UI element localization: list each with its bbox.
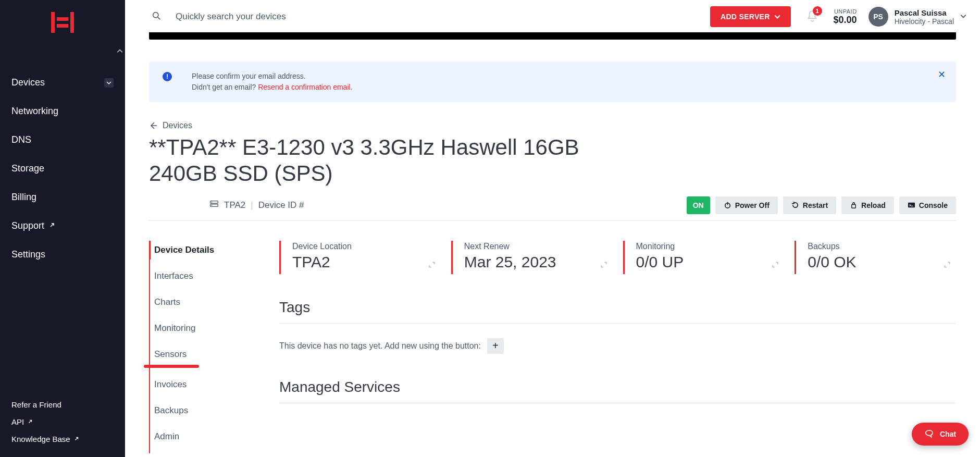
tags-empty-text: This device has no tags yet. Add new usi… <box>279 341 481 351</box>
unpaid-balance[interactable]: UNPAID $0.00 <box>834 8 857 26</box>
stats-row: Device Location TPA2 Next Renew Mar 25, … <box>279 241 956 274</box>
reload-label: Reload <box>861 201 886 209</box>
add-tag-button[interactable]: + <box>487 338 504 354</box>
stat-value: Mar 25, 2023 <box>464 253 613 271</box>
svg-rect-3 <box>57 24 68 28</box>
section-divider <box>279 403 956 403</box>
banner-close-button[interactable]: ✕ <box>938 70 946 79</box>
tab-monitoring[interactable]: Monitoring <box>150 319 269 338</box>
sidebar-item-label: DNS <box>11 134 31 145</box>
sidebar-item-label: Storage <box>11 163 44 174</box>
svg-rect-0 <box>51 12 55 33</box>
breadcrumb-label: Devices <box>163 121 192 130</box>
expand-icon <box>944 261 951 270</box>
sidebar-item-networking[interactable]: Networking <box>0 97 125 126</box>
pipe-divider: | <box>251 200 253 211</box>
svg-rect-2 <box>57 17 68 21</box>
power-off-label: Power Off <box>735 201 770 209</box>
location-code: TPA2 <box>224 200 245 211</box>
reload-button[interactable]: Reload <box>841 196 894 214</box>
main: ! Please confirm your email address. Did… <box>125 32 980 457</box>
sidebar-item-support[interactable]: Support <box>0 212 125 240</box>
resend-email-link[interactable]: Resend a confirmation email. <box>258 83 352 91</box>
sidebar-item-storage[interactable]: Storage <box>0 154 125 183</box>
power-status-on[interactable]: ON <box>687 196 710 214</box>
user-menu[interactable]: PS Pascal Suissa Hivelocity - Pascal <box>869 7 966 27</box>
tab-device-details[interactable]: Device Details <box>150 241 269 260</box>
banner-body: Please confirm your email address. Didn'… <box>192 71 353 93</box>
chat-icon <box>924 429 935 439</box>
sidebar-item-label: Devices <box>11 77 45 88</box>
add-server-button[interactable]: ADD SERVER <box>710 6 791 27</box>
scroll-up-arrow <box>117 47 123 54</box>
lock-icon <box>850 201 858 209</box>
console-icon <box>908 201 915 209</box>
notifications-button[interactable]: 1 <box>805 9 819 24</box>
banner-line1: Please confirm your email address. <box>192 71 353 82</box>
stat-label: Backups <box>808 242 956 251</box>
chat-button[interactable]: Chat <box>912 423 969 446</box>
power-off-button[interactable]: Power Off <box>715 196 778 214</box>
tags-row: This device has no tags yet. Add new usi… <box>279 338 956 354</box>
stat-value: 0/0 UP <box>636 253 785 271</box>
sidebar-item-settings[interactable]: Settings <box>0 240 125 269</box>
sidebar-link-refer[interactable]: Refer a Friend <box>11 396 114 413</box>
sidebar-item-label: Networking <box>11 106 58 117</box>
section-divider <box>279 323 956 324</box>
tab-charts[interactable]: Charts <box>150 293 269 312</box>
tab-interfaces[interactable]: Interfaces <box>150 267 269 286</box>
sidebar-item-label: Billing <box>11 192 36 203</box>
managed-services-heading: Managed Services <box>279 379 956 396</box>
sidebar-link-label: Knowledge Base <box>11 435 70 443</box>
search-placeholder: Quickly search your devices <box>176 11 286 22</box>
expand-icon <box>428 261 436 270</box>
external-link-icon <box>73 435 80 443</box>
console-button[interactable]: Console <box>899 196 956 214</box>
server-icon <box>209 199 219 211</box>
stat-monitoring[interactable]: Monitoring 0/0 UP <box>623 241 785 274</box>
on-label: ON <box>693 201 704 209</box>
stat-value: TPA2 <box>292 253 441 271</box>
restart-icon <box>791 201 799 209</box>
user-org: Hivelocity - Pascal <box>895 17 954 26</box>
svg-rect-13 <box>908 203 915 207</box>
stat-backups[interactable]: Backups 0/0 OK <box>795 241 956 274</box>
tab-admin[interactable]: Admin <box>150 427 269 446</box>
header: Quickly search your devices ADD SERVER 1… <box>125 0 980 33</box>
sidebar-link-api[interactable]: API <box>11 413 114 430</box>
breadcrumb-back[interactable]: Devices <box>149 121 192 130</box>
avatar: PS <box>869 7 888 27</box>
email-confirm-banner: ! Please confirm your email address. Did… <box>149 61 956 102</box>
title-row: TPA2 | Device ID # ON Power Off Restart … <box>149 196 956 221</box>
sidebar-item-devices[interactable]: Devices <box>0 68 125 97</box>
restart-label: Restart <box>803 201 828 209</box>
sidebar-nav: Devices Networking DNS Storage Billing S… <box>0 44 125 269</box>
stat-renew[interactable]: Next Renew Mar 25, 2023 <box>451 241 613 274</box>
search-area[interactable]: Quickly search your devices <box>152 11 710 22</box>
title-sub: TPA2 | Device ID # <box>209 199 304 211</box>
svg-rect-1 <box>70 12 74 33</box>
arrow-left-icon <box>149 121 157 130</box>
sidebar-item-billing[interactable]: Billing <box>0 183 125 212</box>
tab-sensors[interactable]: Sensors <box>150 345 269 364</box>
sidebar-link-kb[interactable]: Knowledge Base <box>11 430 114 448</box>
stat-location[interactable]: Device Location TPA2 <box>279 241 441 274</box>
unpaid-amount: $0.00 <box>834 15 857 26</box>
stat-label: Monitoring <box>636 242 785 251</box>
chevron-down-icon <box>774 14 780 20</box>
sidebar-item-dns[interactable]: DNS <box>0 126 125 154</box>
user-names: Pascal Suissa Hivelocity - Pascal <box>895 8 954 26</box>
sidebar-bottom: Refer a Friend API Knowledge Base <box>0 396 125 457</box>
page-title: **TPA2** E3-1230 v3 3.3GHz Haswell 16GB … <box>149 134 618 187</box>
external-link-icon <box>27 417 33 426</box>
power-icon <box>724 201 731 209</box>
tab-backups[interactable]: Backups <box>150 401 269 420</box>
chevron-down-icon <box>104 78 114 88</box>
device-actions: ON Power Off Restart Reload Console <box>687 196 956 214</box>
sidebar: Devices Networking DNS Storage Billing S… <box>0 0 125 457</box>
top-blackbar <box>149 32 956 40</box>
svg-point-4 <box>153 13 158 18</box>
restart-button[interactable]: Restart <box>783 196 836 214</box>
tab-invoices[interactable]: Invoices <box>150 375 269 394</box>
brand-logo[interactable] <box>0 0 125 44</box>
